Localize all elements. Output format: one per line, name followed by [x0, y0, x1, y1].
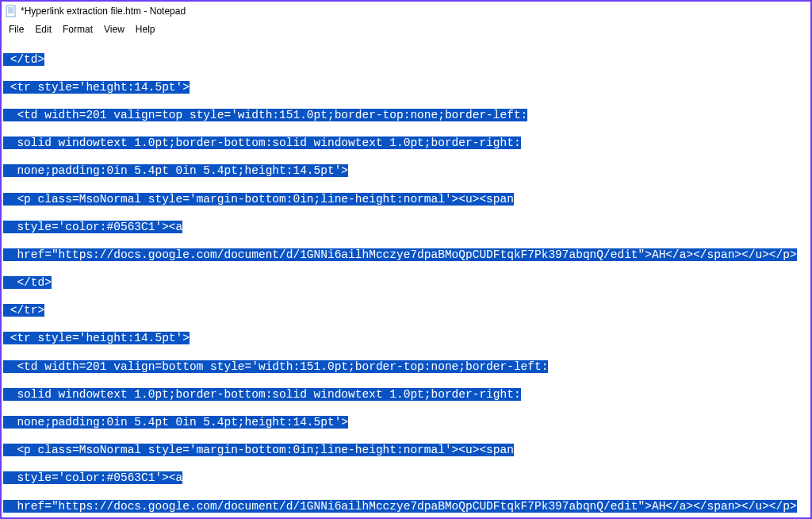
- text-line: <td width=201 valign=bottom style='width…: [3, 360, 548, 373]
- text-line: none;padding:0in 5.4pt 0in 5.4pt;height:…: [3, 416, 348, 429]
- text-line: <tr style='height:14.5pt'>: [3, 81, 190, 94]
- text-line: </td>: [3, 53, 44, 66]
- text-line: href="https://docs.google.com/document/d…: [3, 248, 797, 261]
- text-line: style='color:#0563C1'><a: [3, 471, 182, 484]
- text-line: href="https://docs.google.com/document/d…: [3, 500, 797, 513]
- text-line: <p class=MsoNormal style='margin-bottom:…: [3, 444, 514, 456]
- menu-edit[interactable]: Edit: [29, 22, 57, 37]
- menu-view[interactable]: View: [98, 22, 130, 37]
- menu-format[interactable]: Format: [57, 22, 98, 37]
- menu-file[interactable]: File: [3, 22, 29, 37]
- text-line: <tr style='height:14.5pt'>: [3, 332, 190, 344]
- menu-help[interactable]: Help: [130, 22, 161, 37]
- notepad-window: *Hyperlink extraction file.htm - Notepad…: [0, 0, 812, 519]
- text-line: <p class=MsoNormal style='margin-bottom:…: [3, 193, 514, 206]
- menubar: File Edit Format View Help: [2, 21, 810, 37]
- text-line: <td width=201 valign=top style='width:15…: [3, 109, 527, 121]
- text-line: </td>: [3, 276, 52, 289]
- notepad-icon: [5, 5, 17, 17]
- text-area[interactable]: </td> <tr style='height:14.5pt'> <td wid…: [2, 37, 810, 517]
- text-line: </tr>: [3, 304, 44, 317]
- text-line: solid windowtext 1.0pt;border-bottom:sol…: [3, 136, 521, 149]
- titlebar[interactable]: *Hyperlink extraction file.htm - Notepad: [2, 2, 810, 21]
- text-line: style='color:#0563C1'><a: [3, 221, 182, 233]
- text-line: solid windowtext 1.0pt;border-bottom:sol…: [3, 388, 521, 401]
- text-line: none;padding:0in 5.4pt 0in 5.4pt;height:…: [3, 164, 348, 177]
- window-title: *Hyperlink extraction file.htm - Notepad: [21, 6, 186, 17]
